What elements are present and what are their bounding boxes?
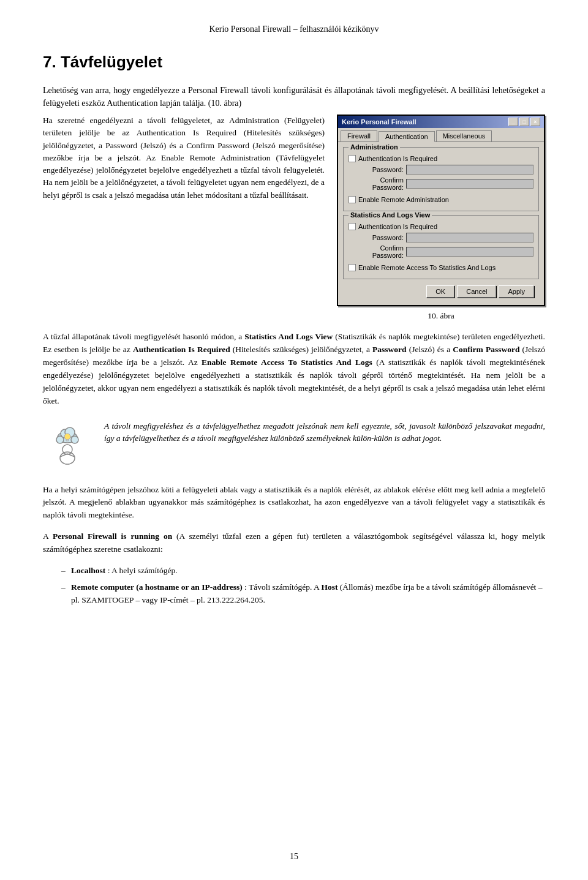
- admin-password-label: Password:: [349, 166, 404, 173]
- dialog-box: Kerio Personal Firewall _ □ × Firewall A…: [337, 115, 545, 306]
- dialog-content: Administration Authentication Is Require…: [338, 142, 544, 305]
- admin-enable-row: Enable Remote Administration: [349, 196, 533, 203]
- ok-button[interactable]: OK: [426, 285, 454, 298]
- bottom-para2: A Personal Firewall is running on (A sze…: [43, 530, 545, 556]
- admin-auth-checkbox[interactable]: [349, 155, 356, 162]
- hint-box: A távoli megfigyeléshez és a távfelügyel…: [43, 420, 545, 469]
- stats-enable-checkbox[interactable]: [349, 264, 356, 271]
- computer-list: Localhost : A helyi számítógép. Remote c…: [43, 565, 545, 607]
- main-para1: A tűzfal állapotának távoli megfigyelésé…: [43, 331, 545, 408]
- intro-para1: Lehetőség van arra, hogy engedélyezze a …: [43, 84, 545, 110]
- apply-button[interactable]: Apply: [499, 285, 534, 298]
- admin-section: Administration Authentication Is Require…: [343, 147, 539, 211]
- stats-auth-checkbox[interactable]: [349, 223, 356, 230]
- hint-illustration: [43, 420, 92, 469]
- tab-authentication[interactable]: Authentication: [379, 131, 435, 142]
- svg-point-1: [62, 445, 72, 454]
- admin-section-title: Administration: [349, 143, 400, 151]
- admin-confirm-row: Confirm Password:: [349, 176, 533, 191]
- admin-auth-required-row: Authentication Is Required: [349, 155, 533, 162]
- dialog-titlebar: Kerio Personal Firewall _ □ ×: [338, 116, 544, 128]
- stats-enable-label: Enable Remote Access To Statistics And L…: [358, 264, 496, 271]
- minimize-button[interactable]: _: [508, 118, 518, 126]
- admin-enable-label: Enable Remote Administration: [358, 196, 449, 203]
- svg-point-7: [64, 434, 70, 440]
- left-para2: Ha szeretné engedélyezni a távoli felügy…: [43, 115, 325, 201]
- stats-confirm-label: Confirm Password:: [349, 244, 404, 259]
- chapter-title: 7. Távfelügyelet: [43, 53, 545, 72]
- list-item-remote: Remote computer (a hostname or an IP-add…: [61, 581, 545, 607]
- stats-password-input[interactable]: [406, 233, 533, 243]
- right-column: Kerio Personal Firewall _ □ × Firewall A…: [337, 115, 545, 321]
- dialog-title: Kerio Personal Firewall: [342, 118, 417, 126]
- admin-confirm-label: Confirm Password:: [349, 176, 404, 191]
- left-column: Ha szeretné engedélyezni a távoli felügy…: [43, 115, 325, 321]
- hint-text: A távoli megfigyeléshez és a távfelügyel…: [104, 420, 545, 446]
- dialog-tabs: Firewall Authentication Miscellaneous: [338, 128, 544, 142]
- admin-confirm-input[interactable]: [406, 179, 533, 189]
- stats-enable-row: Enable Remote Access To Statistics And L…: [349, 264, 533, 271]
- two-column-section: Ha szeretné engedélyezni a távoli felügy…: [43, 115, 545, 321]
- stats-confirm-input[interactable]: [406, 247, 533, 257]
- maximize-button[interactable]: □: [519, 118, 529, 126]
- admin-password-row: Password:: [349, 165, 533, 175]
- titlebar-buttons: _ □ ×: [508, 118, 540, 126]
- stats-password-label: Password:: [349, 234, 404, 241]
- figure-caption: 10. ábra: [337, 311, 545, 321]
- bottom-para1: Ha a helyi számítógépen jelszóhoz köti a…: [43, 484, 545, 522]
- tab-miscellaneous[interactable]: Miscellaneous: [436, 130, 492, 141]
- stats-auth-required-row: Authentication Is Required: [349, 223, 533, 230]
- stats-password-row: Password:: [349, 233, 533, 243]
- close-button[interactable]: ×: [530, 118, 540, 126]
- list-item-localhost: Localhost : A helyi számítógép.: [61, 565, 545, 577]
- admin-auth-label: Authentication Is Required: [358, 155, 437, 162]
- header-title: Kerio Personal Firewall – felhasználói k…: [209, 24, 379, 34]
- admin-password-input[interactable]: [406, 165, 533, 175]
- stats-section-title: Statistics And Logs View: [349, 211, 432, 219]
- cancel-button[interactable]: Cancel: [457, 285, 496, 298]
- tab-firewall[interactable]: Firewall: [341, 130, 377, 141]
- dialog-buttons: OK Cancel Apply: [343, 283, 539, 300]
- page-header: Kerio Personal Firewall – felhasználói k…: [43, 24, 545, 34]
- stats-confirm-row: Confirm Password:: [349, 244, 533, 259]
- stats-auth-label: Authentication Is Required: [358, 223, 437, 230]
- page-number: 15: [290, 852, 298, 862]
- hint-icon: [43, 420, 92, 469]
- stats-section: Statistics And Logs View Authentication …: [343, 215, 539, 279]
- admin-enable-checkbox[interactable]: [349, 196, 356, 203]
